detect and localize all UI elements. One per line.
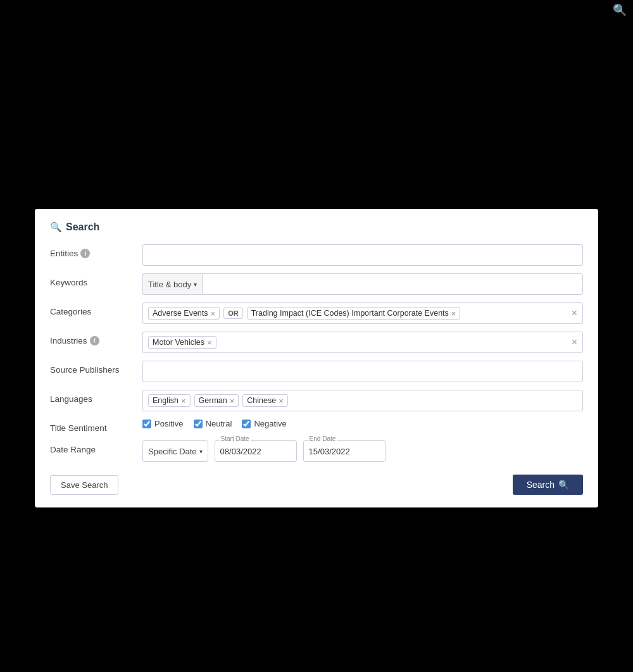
languages-input-wrap: English × German × Chinese × — [142, 390, 583, 411]
industries-tags-container: Motor Vehicles × × — [142, 332, 583, 353]
neutral-checkbox[interactable] — [194, 420, 203, 428]
entities-input-wrap — [142, 244, 583, 266]
categories-input-wrap: Adverse Events × OR Trading Impact (ICE … — [142, 302, 583, 324]
date-type-value: Specific Date — [148, 447, 197, 456]
date-type-chevron-icon: ▾ — [199, 448, 203, 455]
industry-tag-motor-vehicles: Motor Vehicles × — [148, 336, 216, 349]
remove-chinese-icon[interactable]: × — [279, 397, 284, 405]
category-tag-trading-impact: Trading Impact (ICE Codes) Important Cor… — [247, 307, 461, 320]
industries-clear-all-icon[interactable]: × — [572, 337, 577, 347]
source-publishers-input-wrap — [142, 361, 583, 382]
panel-title: 🔍 Search — [50, 221, 583, 233]
language-tag-chinese: Chinese × — [242, 394, 287, 407]
save-search-button[interactable]: Save Search — [50, 475, 118, 495]
date-range-row: Date Range Specific Date ▾ Start Date En… — [50, 440, 583, 462]
language-tag-german: German × — [194, 394, 239, 407]
industries-input-wrap: Motor Vehicles × × — [142, 332, 583, 353]
remove-german-icon[interactable]: × — [230, 397, 235, 405]
start-date-input[interactable] — [215, 440, 297, 462]
start-date-wrap: Start Date — [215, 440, 297, 462]
panel-title-text: Search — [66, 221, 99, 233]
title-sentiment-options: Positive Neutral Negative — [142, 419, 583, 428]
positive-checkbox[interactable] — [142, 420, 151, 428]
title-sentiment-label: Title Sentiment — [50, 419, 132, 433]
categories-row: Categories Adverse Events × OR Trading I… — [50, 302, 583, 324]
panel-search-icon: 🔍 — [50, 221, 62, 233]
neutral-checkbox-label[interactable]: Neutral — [194, 419, 232, 428]
industries-label: Industries i — [50, 332, 132, 345]
search-button-icon: 🔍 — [558, 480, 569, 490]
categories-clear-all-icon[interactable]: × — [572, 308, 577, 318]
entities-input[interactable] — [142, 244, 583, 266]
source-publishers-input[interactable] — [142, 361, 583, 382]
sentiment-checkboxes: Positive Neutral Negative — [142, 419, 583, 428]
search-button[interactable]: Search 🔍 — [513, 475, 583, 495]
keywords-text-input[interactable] — [202, 273, 583, 295]
language-tag-english: English × — [148, 394, 191, 407]
search-panel: 🔍 Search Entities i Keywords Title & bod… — [35, 209, 598, 507]
entities-row: Entities i — [50, 244, 583, 266]
keyword-type-dropdown[interactable]: Title & body ▾ — [142, 273, 202, 295]
categories-label: Categories — [50, 302, 132, 316]
negative-checkbox[interactable] — [242, 420, 251, 428]
languages-label: Languages — [50, 390, 132, 404]
date-type-dropdown[interactable]: Specific Date ▾ — [142, 440, 208, 462]
positive-checkbox-label[interactable]: Positive — [142, 419, 184, 428]
languages-row: Languages English × German × Chinese × — [50, 390, 583, 411]
remove-english-icon[interactable]: × — [181, 397, 186, 405]
start-date-label: Start Date — [220, 435, 251, 442]
industries-row: Industries i Motor Vehicles × × — [50, 332, 583, 353]
bottom-bar: Save Search Search 🔍 — [50, 475, 583, 495]
entities-info-icon[interactable]: i — [80, 249, 90, 258]
remove-trading-impact-icon[interactable]: × — [451, 309, 456, 318]
categories-tags-container: Adverse Events × OR Trading Impact (ICE … — [142, 302, 583, 324]
date-range-inputs: Specific Date ▾ Start Date End Date — [142, 440, 583, 462]
remove-motor-vehicles-icon[interactable]: × — [207, 339, 212, 347]
end-date-wrap: End Date — [303, 440, 385, 462]
title-sentiment-row: Title Sentiment Positive Neutral Negativ… — [50, 419, 583, 433]
industries-info-icon[interactable]: i — [90, 336, 99, 345]
keywords-input-wrap: Title & body ▾ — [142, 273, 583, 295]
source-publishers-row: Source Publishers — [50, 361, 583, 382]
top-search-icon[interactable]: 🔍 — [613, 3, 627, 17]
search-button-label: Search — [527, 480, 555, 490]
entities-label: Entities i — [50, 244, 132, 258]
languages-tags-container: English × German × Chinese × — [142, 390, 583, 411]
keyword-type-chevron-icon: ▾ — [194, 281, 197, 288]
keywords-row: Keywords Title & body ▾ — [50, 273, 583, 295]
category-tag-adverse-events: Adverse Events × — [148, 307, 220, 320]
negative-checkbox-label[interactable]: Negative — [242, 419, 286, 428]
keywords-label: Keywords — [50, 273, 132, 287]
date-range-label: Date Range — [50, 440, 132, 454]
keyword-type-value: Title & body — [148, 280, 191, 289]
source-publishers-label: Source Publishers — [50, 361, 132, 375]
end-date-label: End Date — [308, 435, 337, 442]
or-separator: OR — [223, 308, 243, 319]
remove-adverse-events-icon[interactable]: × — [211, 309, 216, 318]
end-date-input[interactable] — [303, 440, 385, 462]
